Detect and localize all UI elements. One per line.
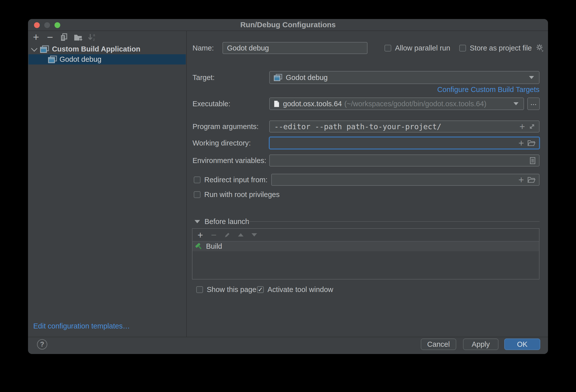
run-with-root-checkbox[interactable]	[194, 191, 200, 198]
tree-item-label: Godot debug	[60, 55, 102, 64]
store-as-project-file-option[interactable]: Store as project file	[459, 42, 544, 54]
before-launch-label: Before launch	[204, 218, 249, 226]
before-launch-task-build[interactable]: Build	[192, 242, 539, 251]
program-arguments-value: --editor --path path-to-your-project/	[274, 122, 441, 131]
edit-task-button[interactable]	[222, 230, 232, 240]
plus-icon: +	[33, 32, 39, 42]
window-title: Run/Debug Configurations	[28, 19, 548, 30]
before-launch-header[interactable]: Before launch	[194, 216, 249, 228]
task-label: Build	[206, 242, 222, 250]
program-arguments-label: Program arguments:	[192, 120, 258, 132]
redirect-input-path-input[interactable]: +	[271, 174, 540, 186]
configure-custom-build-targets-link[interactable]: Configure Custom Build Targets	[437, 86, 540, 94]
redirect-input-checkbox[interactable]	[194, 176, 200, 183]
redirect-input-option[interactable]: Redirect input from:	[194, 174, 268, 186]
run-debug-configurations-dialog: Run/Debug Configurations + −	[28, 19, 548, 354]
program-arguments-input[interactable]: --editor --path path-to-your-project/ +	[269, 120, 540, 132]
add-icon[interactable]: +	[520, 123, 525, 130]
redirect-input-label: Redirect input from:	[204, 176, 268, 184]
before-launch-toolbar: + −	[192, 229, 539, 242]
plus-icon: +	[198, 230, 203, 240]
pencil-icon	[224, 232, 231, 238]
store-as-project-file-checkbox[interactable]	[459, 45, 466, 52]
run-configuration-icon	[40, 45, 49, 53]
allow-parallel-run-checkbox[interactable]	[384, 45, 391, 52]
run-configuration-icon	[274, 74, 282, 81]
run-with-root-label: Run with root privileges	[204, 190, 280, 199]
target-value: Godot debug	[286, 74, 328, 82]
chevron-down-icon[interactable]	[31, 45, 37, 52]
before-launch-divider	[248, 221, 540, 222]
svg-text:a: a	[93, 33, 95, 37]
add-configuration-button[interactable]: +	[30, 32, 42, 43]
tree-group-custom-build-application[interactable]: Custom Build Application	[28, 44, 186, 54]
name-input[interactable]	[222, 42, 368, 54]
new-folder-button[interactable]	[72, 32, 84, 43]
move-task-up-button[interactable]	[236, 230, 246, 240]
edit-configuration-templates-link[interactable]: Edit configuration templates…	[33, 322, 130, 330]
ok-button[interactable]: OK	[504, 338, 540, 350]
copy-configuration-button[interactable]	[58, 32, 70, 43]
tree-item-godot-debug[interactable]: Godot debug	[28, 54, 186, 64]
add-task-button[interactable]: +	[196, 230, 205, 240]
show-this-page-checkbox[interactable]	[196, 286, 203, 293]
expand-icon[interactable]	[528, 123, 536, 130]
apply-button[interactable]: Apply	[463, 338, 498, 350]
list-icon[interactable]	[530, 157, 536, 164]
add-icon[interactable]: +	[518, 139, 524, 147]
executable-path: (~/workspaces/godot/bin/godot.osx.tools.…	[344, 100, 486, 108]
tree-group-label: Custom Build Application	[52, 45, 140, 53]
executable-label: Executable:	[192, 98, 230, 110]
target-select[interactable]: Godot debug	[269, 71, 540, 84]
executable-value: godot.osx.tools.64	[283, 100, 342, 108]
svg-text:z: z	[93, 37, 95, 42]
sidebar-divider	[186, 30, 187, 337]
browse-executable-button[interactable]: ...	[527, 98, 540, 110]
footer-divider	[28, 337, 548, 337]
working-directory-input[interactable]: +	[269, 136, 540, 150]
sort-alpha-icon: a z	[87, 33, 97, 42]
new-folder-icon	[74, 33, 82, 42]
remove-configuration-button[interactable]: −	[44, 32, 56, 43]
copy-icon	[60, 33, 68, 42]
arrow-up-icon	[238, 233, 244, 236]
run-configuration-icon	[48, 56, 57, 63]
folder-open-icon[interactable]	[528, 176, 536, 183]
move-task-down-button[interactable]	[250, 230, 259, 240]
show-this-page-option[interactable]: Show this page	[196, 284, 256, 296]
cancel-button[interactable]: Cancel	[421, 338, 456, 350]
gear-icon[interactable]	[536, 44, 544, 52]
configurations-toolbar: + − a z	[30, 31, 98, 44]
executable-select[interactable]: godot.osx.tools.64 (~/workspaces/godot/b…	[269, 98, 524, 110]
hammer-icon	[195, 242, 203, 251]
store-as-project-file-label: Store as project file	[470, 44, 532, 52]
run-with-root-option[interactable]: Run with root privileges	[194, 188, 280, 200]
working-directory-label: Working directory:	[192, 136, 251, 150]
environment-variables-label: Environment variables:	[192, 154, 266, 166]
arrow-down-icon	[252, 233, 257, 236]
dropdown-arrow-icon[interactable]	[514, 102, 518, 105]
collapse-arrow-icon[interactable]	[194, 220, 200, 223]
environment-variables-input[interactable]	[269, 154, 540, 166]
file-icon	[274, 100, 280, 108]
show-this-page-label: Show this page	[207, 286, 256, 294]
dropdown-arrow-icon[interactable]	[529, 76, 534, 79]
titlebar: Run/Debug Configurations	[28, 19, 548, 31]
name-label: Name:	[192, 42, 214, 54]
help-button[interactable]: ?	[37, 339, 47, 350]
activate-tool-window-option[interactable]: ✓ Activate tool window	[257, 284, 333, 296]
remove-task-button[interactable]: −	[209, 230, 218, 240]
sort-configurations-button[interactable]: a z	[86, 32, 98, 43]
activate-tool-window-label: Activate tool window	[268, 286, 333, 294]
add-icon[interactable]: +	[518, 176, 524, 184]
allow-parallel-run-label: Allow parallel run	[395, 44, 450, 52]
before-launch-panel: + − Build	[192, 228, 540, 280]
minus-icon: −	[211, 230, 216, 240]
target-label: Target:	[192, 71, 215, 84]
minus-icon: −	[47, 32, 53, 42]
activate-tool-window-checkbox[interactable]: ✓	[257, 286, 264, 293]
folder-open-icon[interactable]	[528, 140, 536, 146]
allow-parallel-run-option[interactable]: Allow parallel run	[384, 42, 450, 54]
